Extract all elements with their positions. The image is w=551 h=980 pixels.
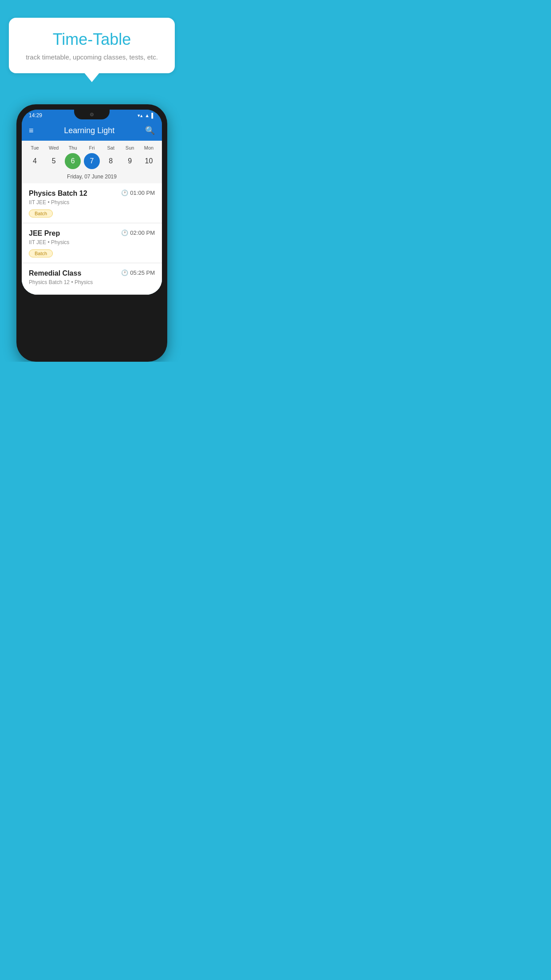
day-header-wed: Wed <box>45 145 63 150</box>
day-headers: TueWedThuFriSatSunMon <box>25 145 158 150</box>
class-time: 🕐 02:00 PM <box>121 229 155 236</box>
class-name: Remedial Class <box>29 269 81 277</box>
status-time: 14:29 <box>29 112 42 119</box>
day-number-6[interactable]: 6 <box>65 153 81 169</box>
day-number-10[interactable]: 10 <box>141 153 157 169</box>
app-header: ≡ Learning Light 🔍 <box>22 120 162 141</box>
hamburger-icon[interactable]: ≡ <box>29 126 34 135</box>
class-time: 🕐 05:25 PM <box>121 269 155 276</box>
battery-icon: ▌ <box>151 113 155 118</box>
class-item-1[interactable]: JEE Prep🕐 02:00 PMIIT JEE • PhysicsBatch <box>22 223 162 263</box>
bubble-title: Time-Table <box>22 30 161 49</box>
class-details: IIT JEE • Physics <box>29 239 155 245</box>
phone-screen: 14:29 ▾▴ ▲ ▌ ≡ Learning Light 🔍 <box>22 110 162 295</box>
day-header-sat: Sat <box>102 145 120 150</box>
selected-date: Friday, 07 June 2019 <box>25 172 158 183</box>
day-number-5[interactable]: 5 <box>46 153 62 169</box>
signal-icon: ▲ <box>145 113 150 118</box>
camera-dot <box>90 113 94 116</box>
class-item-2[interactable]: Remedial Class🕐 05:25 PMPhysics Batch 12… <box>22 263 162 295</box>
day-number-8[interactable]: 8 <box>103 153 119 169</box>
search-icon[interactable]: 🔍 <box>145 126 155 135</box>
day-header-tue: Tue <box>26 145 43 150</box>
batch-badge: Batch <box>29 249 53 257</box>
class-name: Physics Batch 12 <box>29 190 87 198</box>
status-icons: ▾▴ ▲ ▌ <box>138 113 155 119</box>
class-details: IIT JEE • Physics <box>29 199 155 205</box>
day-header-mon: Mon <box>140 145 157 150</box>
calendar-strip: TueWedThuFriSatSunMon 45678910 Friday, 0… <box>22 141 162 183</box>
app-title: Learning Light <box>64 126 114 135</box>
day-header-sun: Sun <box>121 145 139 150</box>
clock-icon: 🕐 <box>121 190 128 196</box>
class-time: 🕐 01:00 PM <box>121 190 155 196</box>
class-item-0[interactable]: Physics Batch 12🕐 01:00 PMIIT JEE • Phys… <box>22 183 162 223</box>
class-details: Physics Batch 12 • Physics <box>29 279 155 285</box>
status-bar: 14:29 ▾▴ ▲ ▌ <box>22 110 162 120</box>
class-item-top: Physics Batch 12🕐 01:00 PM <box>29 190 155 198</box>
day-numbers: 45678910 <box>25 153 158 169</box>
bubble-subtitle: track timetable, upcoming classes, tests… <box>22 53 161 61</box>
speech-bubble: Time-Table track timetable, upcoming cla… <box>9 18 175 73</box>
clock-icon: 🕐 <box>121 269 128 276</box>
day-number-9[interactable]: 9 <box>122 153 138 169</box>
top-section: Time-Table track timetable, upcoming cla… <box>0 0 184 82</box>
phone-device: 14:29 ▾▴ ▲ ▌ ≡ Learning Light 🔍 <box>16 104 167 362</box>
wifi-icon: ▾▴ <box>138 113 143 119</box>
class-item-top: JEE Prep🕐 02:00 PM <box>29 229 155 237</box>
day-header-fri: Fri <box>83 145 101 150</box>
class-name: JEE Prep <box>29 229 60 237</box>
phone-wrapper: 14:29 ▾▴ ▲ ▌ ≡ Learning Light 🔍 <box>0 104 184 362</box>
day-number-7[interactable]: 7 <box>84 153 100 169</box>
day-number-4[interactable]: 4 <box>27 153 43 169</box>
batch-badge: Batch <box>29 209 53 217</box>
class-list: Physics Batch 12🕐 01:00 PMIIT JEE • Phys… <box>22 183 162 295</box>
day-header-thu: Thu <box>64 145 82 150</box>
clock-icon: 🕐 <box>121 229 128 236</box>
class-item-top: Remedial Class🕐 05:25 PM <box>29 269 155 277</box>
notch <box>74 110 110 119</box>
